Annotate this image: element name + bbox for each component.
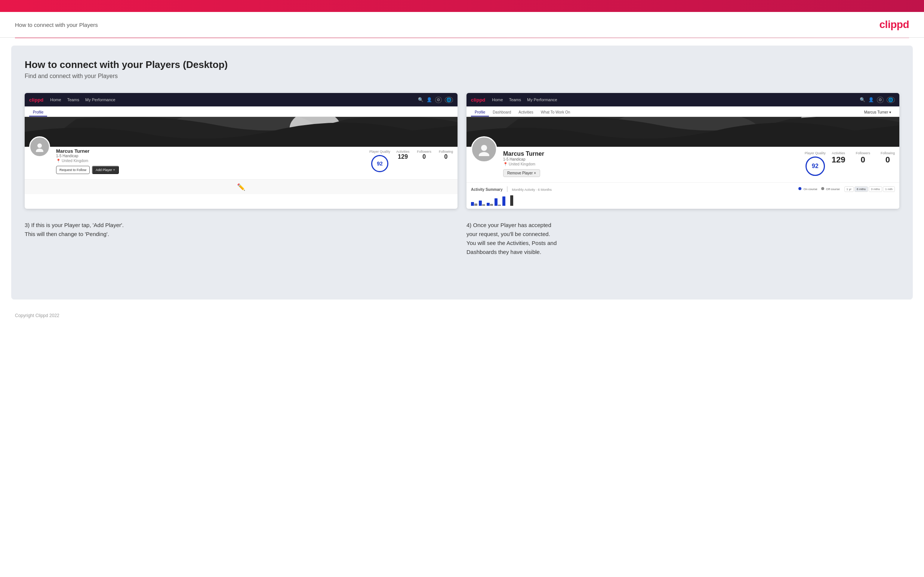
right-user-icon[interactable]: 👤 bbox=[868, 97, 874, 102]
screenshot-left: clippd Home Teams My Performance 🔍 👤 ⚙ 🌐… bbox=[25, 93, 457, 209]
settings-icon[interactable]: ⚙ bbox=[435, 97, 442, 103]
left-nav-teams[interactable]: Teams bbox=[67, 97, 79, 102]
time-btn-6mths[interactable]: 6 mths bbox=[855, 186, 868, 192]
right-stat-activities: Activities 129 bbox=[832, 151, 845, 165]
left-tab-profile[interactable]: Profile bbox=[29, 109, 47, 116]
left-player-details: Marcus Turner 1-5 Handicap 📍 United King… bbox=[56, 147, 363, 174]
chart-group-5 bbox=[502, 197, 509, 206]
header-divider bbox=[15, 38, 909, 38]
legend-off-course: Off course bbox=[821, 187, 840, 191]
cursor-icon: ✏️ bbox=[237, 183, 245, 191]
left-nav-logo: clippd bbox=[29, 97, 44, 103]
left-nav-icons: 🔍 👤 ⚙ 🌐 bbox=[418, 97, 453, 103]
chart-group-4 bbox=[494, 198, 501, 206]
globe-icon[interactable]: 🌐 bbox=[445, 97, 453, 103]
left-quality-section: Player Quality 92 bbox=[369, 147, 390, 172]
left-avatar-container bbox=[29, 136, 50, 157]
clippd-logo: clippd bbox=[880, 19, 909, 31]
caption-left-line2: This will then change to 'Pending'. bbox=[25, 231, 109, 237]
svg-point-4 bbox=[36, 148, 44, 152]
right-nav-performance[interactable]: My Performance bbox=[527, 97, 557, 102]
time-filter-buttons: 1 yr 6 mths 3 mths 1 mth bbox=[844, 186, 895, 192]
chart-group-2 bbox=[479, 201, 485, 206]
left-quality-circle: 92 bbox=[371, 155, 388, 172]
left-avatar bbox=[29, 136, 50, 157]
chart-bar bbox=[479, 201, 482, 206]
time-btn-1mth[interactable]: 1 mth bbox=[883, 186, 895, 192]
legend-on-course: On course bbox=[798, 187, 817, 191]
left-profile-section: Marcus Turner 1-5 Handicap 📍 United King… bbox=[25, 147, 457, 179]
activity-chart bbox=[471, 195, 895, 206]
left-player-handicap: 1-5 Handicap bbox=[56, 154, 363, 158]
right-tab-dashboard[interactable]: Dashboard bbox=[489, 109, 515, 116]
on-course-dot bbox=[798, 187, 801, 190]
activity-title: Activity Summary bbox=[471, 187, 502, 192]
top-bar bbox=[0, 0, 924, 12]
caption-right-line1: 4) Once your Player has accepted bbox=[467, 222, 551, 228]
left-stats-row: Activities 129 Followers 0 Following 0 bbox=[396, 147, 453, 160]
right-tab-activities[interactable]: Activities bbox=[515, 109, 537, 116]
right-nav-home[interactable]: Home bbox=[492, 97, 503, 102]
right-tab-list: Profile Dashboard Activities What To Wor… bbox=[471, 109, 574, 116]
right-quality-section: Player Quality 92 bbox=[805, 147, 826, 176]
remove-player-button[interactable]: Remove Player × bbox=[503, 169, 540, 177]
chart-group-1 bbox=[471, 202, 477, 206]
right-avatar bbox=[471, 136, 497, 163]
left-cursor-area: ✏️ bbox=[25, 179, 457, 194]
svg-point-9 bbox=[481, 145, 487, 151]
right-settings-icon[interactable]: ⚙ bbox=[877, 97, 884, 103]
left-stat-followers: Followers 0 bbox=[417, 150, 431, 160]
right-tab-what-to-work-on[interactable]: What To Work On bbox=[537, 109, 574, 116]
left-nav-performance[interactable]: My Performance bbox=[85, 97, 115, 102]
chart-bar-large bbox=[510, 195, 513, 206]
right-navbar: clippd Home Teams My Performance 🔍 👤 ⚙ 🌐 bbox=[467, 93, 899, 106]
off-course-dot bbox=[821, 187, 824, 190]
right-location-pin-icon: 📍 bbox=[503, 162, 507, 166]
right-stat-following: Following 0 bbox=[880, 151, 895, 165]
right-user-menu[interactable]: Marcus Turner ▾ bbox=[861, 109, 895, 116]
add-player-button[interactable]: Add Player + bbox=[92, 166, 119, 174]
caption-right: 4) Once your Player has accepted your re… bbox=[467, 221, 899, 256]
right-search-icon[interactable]: 🔍 bbox=[860, 97, 865, 102]
user-icon[interactable]: 👤 bbox=[426, 97, 432, 102]
right-tab-profile[interactable]: Profile bbox=[471, 109, 489, 116]
time-btn-1yr[interactable]: 1 yr bbox=[844, 186, 854, 192]
chart-bar bbox=[490, 204, 493, 206]
right-player-name: Marcus Turner bbox=[503, 150, 799, 157]
right-tabbar: Profile Dashboard Activities What To Wor… bbox=[467, 106, 899, 117]
request-follow-button[interactable]: Request to Follow bbox=[56, 166, 90, 174]
right-globe-icon[interactable]: 🌐 bbox=[887, 97, 895, 103]
activity-header: Activity Summary | Monthly Activity · 6 … bbox=[471, 185, 895, 192]
caption-left-line1: 3) If this is your Player tap, 'Add Play… bbox=[25, 222, 124, 228]
right-stat-followers: Followers 0 bbox=[856, 151, 870, 165]
right-profile-section: Marcus Turner 1-5 Handicap 📍 United King… bbox=[467, 147, 899, 182]
breadcrumb: How to connect with your Players bbox=[15, 22, 98, 28]
activity-summary: Activity Summary | Monthly Activity · 6 … bbox=[467, 182, 899, 209]
left-quality-label: Player Quality bbox=[369, 150, 390, 153]
right-nav-logo: clippd bbox=[471, 97, 485, 103]
caption-right-line2: your request, you'll be connected. bbox=[467, 231, 550, 237]
chart-bar bbox=[471, 202, 474, 206]
header: How to connect with your Players clippd bbox=[0, 12, 924, 38]
left-nav-home[interactable]: Home bbox=[50, 97, 61, 102]
activity-titles: Activity Summary | Monthly Activity · 6 … bbox=[471, 185, 552, 192]
left-golf-banner bbox=[25, 117, 457, 147]
time-btn-3mths[interactable]: 3 mths bbox=[869, 186, 882, 192]
activity-divider: | bbox=[506, 185, 508, 192]
right-player-info: Marcus Turner 1-5 Handicap 📍 United King… bbox=[471, 147, 895, 177]
right-player-handicap: 1-5 Handicap bbox=[503, 157, 799, 161]
right-nav-teams[interactable]: Teams bbox=[509, 97, 521, 102]
left-stat-activities: Activities 129 bbox=[396, 150, 410, 160]
page-subtitle: Find and connect with your Players bbox=[25, 73, 899, 79]
chart-bar bbox=[487, 203, 489, 206]
search-icon[interactable]: 🔍 bbox=[418, 97, 423, 102]
chart-bar bbox=[498, 205, 501, 206]
right-quality-circle: 92 bbox=[806, 156, 825, 176]
legend: On course Off course bbox=[798, 187, 840, 191]
right-nav-icons: 🔍 👤 ⚙ 🌐 bbox=[860, 97, 895, 103]
caption-left: 3) If this is your Player tap, 'Add Play… bbox=[25, 221, 457, 256]
left-player-info: Marcus Turner 1-5 Handicap 📍 United King… bbox=[29, 147, 453, 174]
activity-subtitle: Monthly Activity · 6 Months bbox=[512, 188, 552, 192]
chart-bar bbox=[474, 203, 477, 206]
location-pin-icon: 📍 bbox=[56, 159, 61, 163]
